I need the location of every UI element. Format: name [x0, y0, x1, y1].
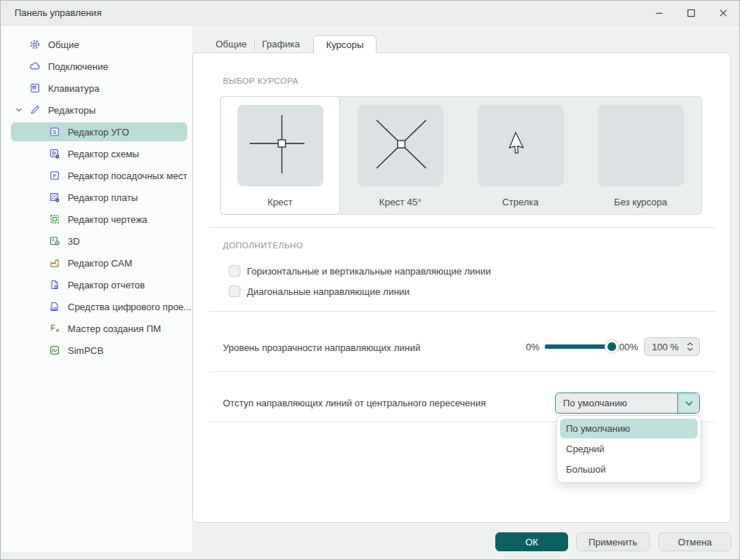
checkbox-row-hv-guides[interactable]: Горизонтальные и вертикальные направляющ… [229, 264, 491, 277]
dropdown-item-large[interactable]: Большой [560, 460, 698, 479]
sidebar-item-hdl-tools[interactable]: HDL Средства цифрового прое... [1, 296, 192, 318]
offset-combobox[interactable]: По умолчанию [555, 393, 700, 414]
tab-general[interactable]: Общие [208, 39, 254, 50]
footprint-editor-icon: F [49, 170, 60, 181]
window-controls [643, 1, 739, 25]
cursor-preview-none [598, 105, 684, 186]
cloud-icon [29, 60, 41, 72]
transparency-slider-fill [545, 344, 612, 349]
maximize-icon [687, 9, 696, 17]
sidebar-item-general[interactable]: Общие [1, 33, 192, 55]
simpcb-icon [49, 344, 60, 356]
sidebar-item-board-editor[interactable]: Редактор платы [1, 186, 192, 208]
spinner-arrows [687, 342, 693, 351]
transparency-slider-cluster: 0% 100% 100 % [526, 337, 700, 356]
hdl-tools-icon: HDL [49, 301, 60, 312]
control-panel-window: Панель управления Общие Подключение [0, 0, 740, 560]
sidebar-item-editors[interactable]: Редакторы [1, 99, 192, 121]
cursor-option-cross45[interactable]: Крест 45° [340, 97, 460, 214]
3d-icon [49, 235, 60, 247]
settings-panel: ВЫБОР КУРСОРА Крест Кре [192, 52, 731, 523]
spinner-down-icon[interactable] [687, 347, 693, 351]
minimize-button[interactable] [643, 1, 675, 25]
sidebar-item-cam-editor[interactable]: Редактор CAM [1, 252, 192, 274]
svg-text:F: F [50, 323, 55, 332]
titlebar: Панель управления [1, 1, 739, 25]
sidebar-item-label: Редактор CAM [68, 258, 132, 269]
sidebar-item-keyboard[interactable]: A Клавиатура [1, 77, 192, 99]
sidebar-item-label: Редактор посадочных мест [68, 170, 187, 181]
dropdown-item-default[interactable]: По умолчанию [560, 419, 698, 438]
drawing-editor-icon [49, 213, 60, 225]
footprint-wizard-icon: F [49, 323, 60, 334]
cam-editor-icon [49, 257, 60, 269]
checkbox-row-diagonal-guides[interactable]: Диагональные направляющие линии [229, 285, 409, 298]
checkbox-diagonal-guides[interactable] [229, 285, 240, 297]
cursor-option-arrow[interactable]: Стрелка [460, 97, 580, 214]
cursor-option-none[interactable]: Без курсора [580, 97, 701, 214]
close-icon [719, 9, 728, 17]
cursor-option-label: Без курсора [614, 197, 667, 208]
cancel-button[interactable]: Отмена [658, 532, 731, 551]
sidebar-item-3d[interactable]: 3D [1, 230, 192, 252]
ok-button[interactable]: ОК [495, 532, 568, 551]
cross45-cursor-icon [358, 105, 444, 186]
svg-text:F: F [53, 173, 57, 179]
schematic-editor-icon [49, 148, 60, 159]
sidebar-item-schematic-editor[interactable]: Редактор схемы [1, 143, 192, 165]
spinner-value: 100 % [652, 342, 687, 352]
sidebar-item-drawing-editor[interactable]: Редактор чертежа [1, 208, 192, 230]
cursor-preview-cross [237, 105, 323, 186]
sidebar-item-reports-editor[interactable]: Редактор отчетов [1, 274, 192, 296]
sidebar-item-simpcb[interactable]: SimPCB [1, 339, 192, 361]
cursor-option-label: Крест [267, 197, 293, 208]
transparency-slider[interactable] [545, 344, 612, 349]
cursor-preview-cross45 [358, 105, 444, 186]
cursor-option-cross[interactable]: Крест [220, 96, 340, 215]
checkbox-hv-guides[interactable] [229, 265, 240, 277]
offset-dropdown-list: По умолчанию Средний Большой [556, 415, 701, 483]
sidebar-item-label: 3D [68, 236, 80, 247]
arrow-cursor-icon [478, 105, 564, 186]
sidebar-item-label: Мастер создания ПМ [68, 323, 161, 334]
svg-text:S: S [52, 129, 57, 135]
sidebar-item-label: Редактор схемы [68, 149, 139, 159]
tab-cursors[interactable]: Курсоры [313, 35, 377, 53]
sidebar-item-footprint-editor[interactable]: F Редактор посадочных мест [1, 165, 192, 186]
slider-min-label: 0% [526, 342, 540, 352]
cursor-option-label: Стрелка [502, 197, 538, 208]
checkbox-label: Горизонтальные и вертикальные направляющ… [247, 266, 491, 277]
sidebar-item-label: Клавиатура [48, 83, 99, 94]
sidebar-item-label: Редактор УГО [68, 127, 129, 138]
section-divider [209, 371, 716, 372]
sidebar-item-footprint-wizard[interactable]: F Мастер создания ПМ [1, 318, 192, 339]
spinner-up-icon[interactable] [687, 342, 693, 346]
apply-button[interactable]: Применить [576, 532, 650, 551]
transparency-spinner[interactable]: 100 % [644, 337, 700, 356]
sidebar-item-connection[interactable]: Подключение [1, 55, 192, 77]
section-divider [209, 311, 716, 312]
svg-text:A: A [34, 86, 36, 90]
maximize-button[interactable] [675, 1, 707, 25]
transparency-slider-thumb[interactable] [605, 340, 618, 353]
cursor-option-label: Крест 45° [379, 197, 422, 208]
symbol-editor-icon: S [49, 126, 60, 138]
transparency-label: Уровень прозрачности направляющих линий [223, 342, 420, 353]
checkbox-label: Диагональные направляющие линии [247, 286, 409, 297]
combobox-value: По умолчанию [556, 393, 677, 413]
cursor-option-group: Крест Крест 45° [220, 96, 702, 215]
sidebar-item-label: Редактор платы [68, 192, 138, 203]
sidebar-item-label: SimPCB [68, 345, 103, 356]
tab-graphics[interactable]: Графика [255, 39, 307, 50]
sidebar-item-label: Подключение [48, 61, 108, 72]
combobox-arrow-button[interactable] [677, 393, 699, 413]
sidebar-item-symbol-editor[interactable]: S Редактор УГО [1, 121, 192, 143]
chevron-down-icon[interactable] [13, 104, 25, 116]
sidebar: Общие Подключение A Клавиатура Редакторы [1, 25, 192, 552]
dropdown-item-medium[interactable]: Средний [560, 439, 698, 459]
sidebar-item-label: Редактор чертежа [68, 214, 147, 225]
board-editor-icon [49, 192, 60, 203]
pencil-icon [29, 104, 41, 116]
close-button[interactable] [707, 1, 739, 25]
minimize-icon [655, 9, 664, 17]
